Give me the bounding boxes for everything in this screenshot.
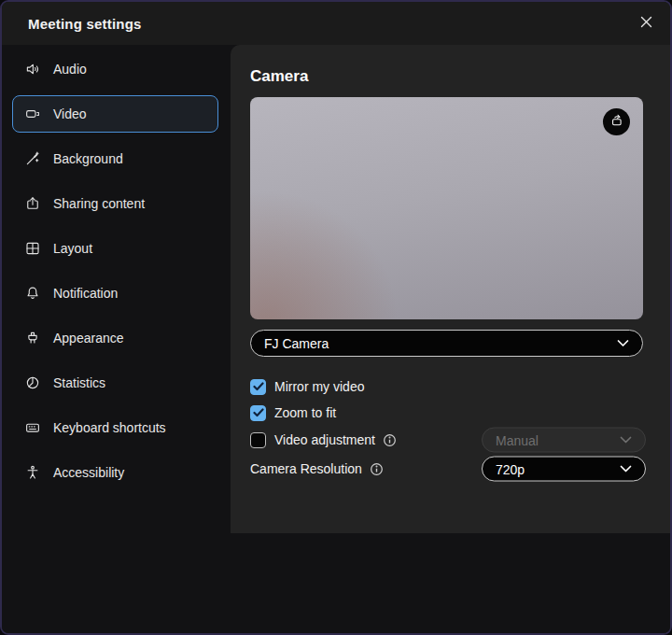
camera-resolution-value: 720p (496, 461, 525, 476)
magic-wand-icon (24, 150, 41, 167)
sidebar-item-label: Layout (53, 241, 92, 256)
bell-icon (24, 285, 41, 302)
sidebar-item-statistics[interactable]: Statistics (12, 364, 218, 402)
mirror-my-video-checkbox[interactable] (250, 379, 266, 395)
speaker-icon (24, 61, 41, 78)
close-icon (639, 15, 653, 33)
camera-resolution-row: Camera Resolution 720p (250, 454, 643, 484)
sidebar-item-label: Appearance (53, 331, 124, 346)
chevron-down-icon (617, 339, 629, 347)
sidebar-item-label: Audio (53, 62, 87, 77)
video-adjustment-mode-value: Manual (496, 432, 539, 447)
flip-camera-icon (609, 112, 624, 132)
video-adjustment-checkbox[interactable] (250, 432, 266, 448)
accessibility-person-icon (24, 464, 41, 481)
title-bar: Meeting settings (2, 2, 670, 45)
video-camera-icon (24, 106, 41, 122)
paintbrush-icon (24, 330, 41, 346)
camera-preview (250, 97, 643, 319)
sidebar-item-label: Video (53, 106, 87, 121)
sidebar-item-keyboard-shortcuts[interactable]: Keyboard shortcuts (12, 409, 218, 446)
sidebar-item-label: Statistics (53, 375, 105, 390)
camera-resolution-select[interactable]: 720p (482, 457, 646, 482)
sidebar-item-label: Keyboard shortcuts (53, 420, 166, 435)
zoom-to-fit-row: Zoom to fit (250, 400, 643, 426)
sidebar-item-label: Sharing content (53, 196, 145, 211)
chevron-down-icon (620, 436, 632, 444)
video-adjustment-label: Video adjustment (274, 432, 375, 447)
zoom-to-fit-checkbox[interactable] (250, 405, 266, 421)
sidebar-item-notification[interactable]: Notification (12, 275, 218, 312)
sidebar-item-layout[interactable]: Layout (12, 230, 218, 267)
dialog-content: Audio Video Background Sharing content (2, 45, 670, 635)
sidebar-item-sharing-content[interactable]: Sharing content (12, 185, 218, 222)
zoom-to-fit-label: Zoom to fit (274, 405, 336, 420)
settings-sidebar: Audio Video Background Sharing content (2, 45, 231, 635)
sidebar-item-background[interactable]: Background (12, 140, 218, 177)
camera-resolution-label: Camera Resolution (250, 461, 362, 476)
sidebar-item-video[interactable]: Video (12, 95, 218, 133)
chevron-down-icon (620, 465, 632, 473)
pie-chart-icon (24, 374, 41, 391)
video-adjustment-row: Video adjustment Manual (250, 426, 643, 454)
close-button[interactable] (633, 11, 659, 35)
share-upload-icon (24, 195, 41, 212)
flip-camera-button[interactable] (603, 108, 630, 135)
camera-device-value: FJ Camera (264, 336, 329, 351)
mirror-my-video-row: Mirror my video (250, 374, 643, 400)
camera-device-select[interactable]: FJ Camera (250, 330, 643, 357)
video-options: Mirror my video Zoom to fit Video adjust… (250, 374, 643, 484)
sidebar-item-accessibility[interactable]: Accessibility (12, 454, 218, 491)
sidebar-item-label: Accessibility (53, 465, 124, 480)
info-icon[interactable] (383, 433, 397, 447)
video-settings-panel: Camera FJ Camera (231, 45, 672, 533)
sidebar-item-audio[interactable]: Audio (12, 50, 218, 88)
section-title: Camera (250, 67, 643, 86)
layout-grid-icon (24, 240, 41, 257)
keyboard-icon (24, 419, 41, 436)
dialog-title: Meeting settings (28, 16, 142, 32)
video-adjustment-mode-select: Manual (482, 428, 646, 453)
sidebar-item-appearance[interactable]: Appearance (12, 319, 218, 357)
mirror-my-video-label: Mirror my video (274, 379, 364, 394)
meeting-settings-dialog: Meeting settings Audio Video (0, 0, 672, 635)
sidebar-item-label: Notification (53, 286, 118, 301)
info-icon[interactable] (370, 462, 384, 476)
sidebar-item-label: Background (53, 151, 123, 166)
